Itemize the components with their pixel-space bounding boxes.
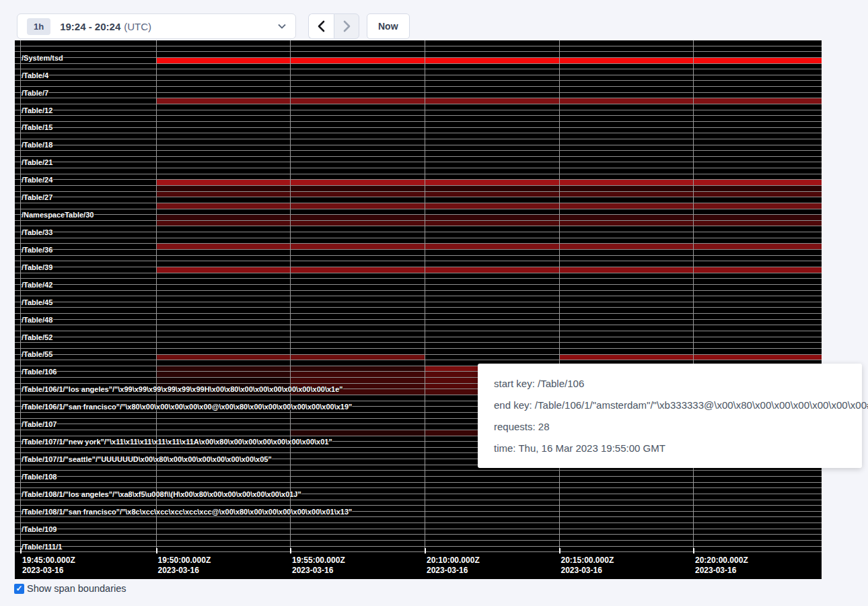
heat-band bbox=[156, 186, 291, 191]
heat-band bbox=[559, 355, 694, 360]
heat-band bbox=[693, 215, 822, 220]
heatmap-canvas[interactable]: 19:45:00.000Z 2023-03-1619:50:00.000Z 20… bbox=[15, 40, 822, 579]
show-span-boundaries-label: Show span boundaries bbox=[27, 583, 126, 594]
heat-band bbox=[156, 58, 291, 63]
heat-band bbox=[559, 180, 694, 185]
tooltip-requests: requests: 28 bbox=[494, 416, 846, 438]
heat-band bbox=[290, 98, 425, 104]
row-label: /Table/21 bbox=[22, 158, 52, 166]
row-label: /Table/106/1/"san francisco"/"\x80\x00\x… bbox=[22, 403, 352, 411]
axis-tick bbox=[559, 548, 560, 553]
heat-band bbox=[156, 372, 291, 377]
row-label: /Table/48 bbox=[22, 316, 52, 324]
heat-band bbox=[425, 267, 559, 273]
heat-band bbox=[559, 267, 694, 273]
heat-band bbox=[693, 267, 822, 273]
heat-band bbox=[290, 366, 425, 372]
row-label: /Table/7 bbox=[22, 89, 48, 97]
row-label: /Table/52 bbox=[22, 333, 52, 341]
show-span-boundaries-control[interactable]: ✓ Show span boundaries bbox=[14, 583, 126, 594]
heat-band bbox=[425, 58, 559, 63]
heat-band bbox=[290, 58, 425, 63]
axis-label: 20:20:00.000Z 2023-03-16 bbox=[695, 556, 748, 576]
row-label: /Table/55 bbox=[22, 350, 52, 358]
row-label: /Table/111/1 bbox=[22, 543, 62, 551]
heat-band bbox=[425, 215, 559, 220]
heat-band bbox=[156, 355, 291, 360]
grid-line bbox=[425, 40, 425, 553]
row-label: /Table/45 bbox=[22, 298, 52, 306]
heat-band bbox=[290, 221, 425, 226]
row-label: /Table/4 bbox=[22, 71, 48, 79]
heat-band bbox=[290, 355, 425, 360]
heat-band bbox=[425, 98, 559, 104]
now-button[interactable]: Now bbox=[367, 13, 410, 39]
heat-band bbox=[425, 221, 559, 226]
row-label: /Table/108 bbox=[22, 473, 57, 481]
axis-tick bbox=[156, 548, 157, 553]
heat-band bbox=[693, 180, 822, 185]
heat-band bbox=[156, 366, 291, 372]
heat-band bbox=[156, 98, 291, 104]
axis-label: 20:15:00.000Z 2023-03-16 bbox=[561, 556, 614, 576]
row-label: /Table/39 bbox=[22, 263, 52, 271]
time-pager bbox=[308, 13, 359, 39]
chevron-down-icon bbox=[278, 24, 286, 29]
range-tooltip: start key: /Table/106 end key: /Table/10… bbox=[478, 364, 862, 468]
axis-tick bbox=[693, 548, 694, 553]
checkbox-checked-icon[interactable]: ✓ bbox=[14, 584, 24, 594]
heat-band bbox=[559, 58, 694, 63]
tooltip-start-key: start key: /Table/106 bbox=[494, 373, 846, 395]
tooltip-time: time: Thu, 16 Mar 2023 19:55:00 GMT bbox=[494, 438, 846, 459]
row-label: /Table/42 bbox=[22, 281, 52, 289]
row-label: /Table/107/1/"seattle"/"UUUUUUD\x00\x80\… bbox=[22, 455, 272, 463]
heat-band bbox=[156, 203, 291, 209]
heat-band bbox=[693, 192, 822, 197]
axis-label: 20:10:00.000Z 2023-03-16 bbox=[427, 556, 480, 576]
heat-band bbox=[559, 98, 694, 104]
heat-band bbox=[559, 221, 694, 226]
heat-band bbox=[559, 244, 694, 249]
heat-band bbox=[290, 372, 425, 377]
grid-line bbox=[290, 40, 291, 553]
row-label: /Table/24 bbox=[22, 176, 52, 184]
heat-band bbox=[156, 215, 291, 220]
row-label: /Table/12 bbox=[22, 106, 52, 114]
heat-band bbox=[290, 378, 425, 383]
row-label: /Table/107 bbox=[22, 420, 57, 428]
row-label: /Table/108/1/"los angeles"/"\xa8\xf5\u00… bbox=[22, 490, 301, 498]
heat-band bbox=[290, 203, 425, 209]
next-interval-button[interactable] bbox=[334, 13, 359, 39]
previous-interval-button[interactable] bbox=[308, 13, 334, 39]
heat-band bbox=[290, 192, 425, 197]
heat-band bbox=[290, 430, 425, 436]
row-label: /Table/15 bbox=[22, 123, 52, 131]
heat-band bbox=[290, 186, 425, 191]
axis-tick bbox=[20, 548, 22, 553]
heat-band bbox=[425, 180, 559, 185]
heat-band bbox=[156, 192, 291, 197]
grid-line bbox=[20, 40, 21, 553]
time-range-badge: 1h bbox=[27, 18, 50, 35]
heat-band bbox=[693, 203, 822, 209]
heat-band bbox=[156, 384, 291, 389]
row-label: /Table/108/1/"san francisco"/"\x8c\xcc\x… bbox=[22, 508, 352, 516]
axis-tick bbox=[290, 548, 291, 553]
row-label: /Table/18 bbox=[22, 141, 52, 149]
row-label: /Table/106/1/"los angeles"/"\x99\x99\x99… bbox=[22, 385, 343, 393]
grid-line bbox=[693, 40, 694, 553]
heat-band bbox=[559, 215, 694, 220]
row-label: /System/tsd bbox=[22, 54, 63, 62]
time-range-selector[interactable]: 1h 19:24 - 20:24 (UTC) bbox=[17, 13, 296, 39]
heat-band bbox=[290, 180, 425, 185]
heat-band bbox=[693, 98, 822, 104]
row-label: /NamespaceTable/30 bbox=[22, 211, 94, 219]
heat-band bbox=[693, 355, 822, 360]
heat-band bbox=[156, 244, 291, 249]
heat-band bbox=[425, 186, 559, 191]
heat-band bbox=[290, 215, 425, 220]
heat-band bbox=[559, 192, 694, 197]
heat-band bbox=[693, 58, 822, 63]
axis-label: 19:50:00.000Z 2023-03-16 bbox=[158, 556, 211, 576]
heat-band bbox=[290, 267, 425, 273]
